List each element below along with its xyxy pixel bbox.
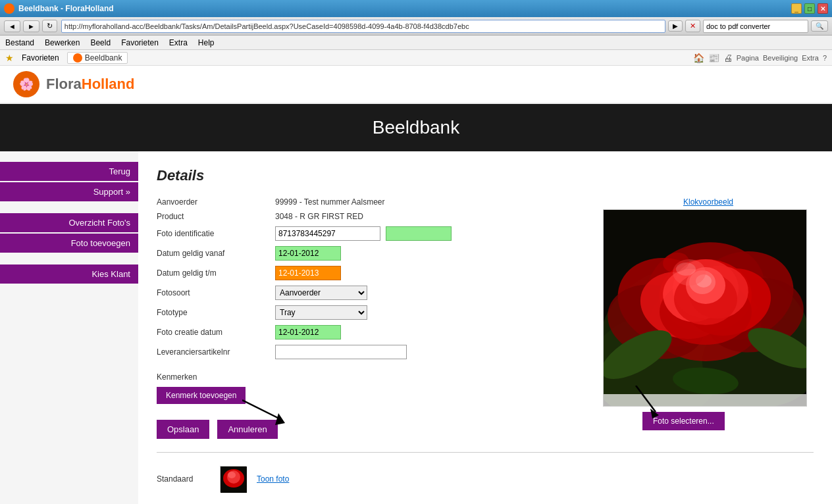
go-button[interactable]: ▶	[668, 20, 683, 32]
standaard-row: Standaard Toon foto	[157, 466, 814, 492]
site-header: 🌸 FloraHolland	[0, 66, 832, 104]
sidebar-support-button[interactable]: Support »	[0, 182, 138, 201]
svg-point-25	[676, 263, 696, 276]
rose-svg	[604, 210, 807, 407]
opslaan-button[interactable]: Opslaan	[157, 420, 209, 439]
browser-titlebar: Beeldbank - FloraHolland _ □ ✕	[0, 0, 832, 17]
sidebar-terug-button[interactable]: Terug	[0, 162, 138, 181]
thumbnail-svg	[221, 466, 247, 493]
form-grid: Aanvoerder 99999 - Test nummer Aalsmeer …	[157, 197, 565, 359]
logo-text: FloraHolland	[46, 76, 134, 93]
svg-point-35	[228, 472, 236, 478]
home-icon[interactable]: 🏠	[693, 53, 704, 63]
beveiliging-menu[interactable]: Beveiliging	[763, 54, 798, 62]
browser-menubar: Bestand Bewerken Beeld Favorieten Extra …	[0, 36, 832, 50]
logo-flora: Flora	[46, 76, 82, 92]
kenmerk-arrow-icon	[242, 393, 295, 426]
logo-circle: 🌸	[13, 71, 39, 97]
browser-toolbar: ◄ ► ↻ ▶ ✕ 🔍	[0, 17, 832, 36]
favorites-label: Favorieten	[22, 53, 59, 63]
klokvoorbeeld-link[interactable]: Klokvoorbeeld	[603, 197, 814, 207]
foto-identificatie-green-input[interactable]	[386, 226, 452, 241]
refresh-button[interactable]: ↻	[42, 20, 57, 32]
thumbnail-image	[220, 466, 246, 492]
foto-select-arrow-icon	[616, 386, 669, 418]
main-layout: Terug Support » Overzicht Foto's Foto to…	[0, 151, 832, 504]
label-product: Product	[157, 212, 275, 221]
beeldbank-tab[interactable]: Beeldbank	[67, 52, 128, 64]
fotosoort-select[interactable]: Aanvoerder Klant FloraHolland	[275, 286, 367, 300]
stop-button[interactable]: ✕	[685, 20, 700, 32]
help-icon[interactable]: ?	[823, 54, 827, 62]
action-row: Opslaan Annuleren	[157, 420, 590, 439]
favorites-star-icon: ★	[5, 53, 14, 63]
label-aanvoerder: Aanvoerder	[157, 197, 275, 207]
svg-marker-1	[275, 413, 285, 425]
browser-minimize-btn[interactable]: _	[791, 3, 802, 14]
sidebar-spacer-2	[0, 254, 138, 265]
kenmerken-section: Kenmerken Kenmerk toevoegen	[157, 372, 590, 404]
browser-title: Beeldbank - FloraHolland	[18, 4, 114, 13]
menu-bewerken[interactable]: Bewerken	[45, 38, 80, 47]
sidebar-kies-klant-button[interactable]: Kies Klant	[0, 265, 138, 284]
label-datum-geldig-vanaf: Datum geldig vanaf	[157, 249, 275, 258]
browser-close-btn[interactable]: ✕	[818, 3, 828, 14]
kenmerk-toevoegen-button[interactable]: Kenmerk toevoegen	[157, 387, 246, 404]
print-icon[interactable]: 🖨	[723, 53, 733, 63]
tab-favicon	[73, 53, 82, 63]
leveranciersartikelnr-input[interactable]	[275, 345, 407, 359]
form-section: Aanvoerder 99999 - Test nummer Aalsmeer …	[157, 197, 590, 439]
datum-geldig-vanaf-input[interactable]	[275, 246, 341, 261]
label-datum-geldig-tm: Datum geldig t/m	[157, 268, 275, 278]
menu-help[interactable]: Help	[198, 38, 215, 47]
back-button[interactable]: ◄	[4, 20, 20, 32]
pagina-menu[interactable]: Pagina	[737, 54, 759, 62]
page-wrapper: 🌸 FloraHolland Beeldbank Terug Support »…	[0, 66, 832, 504]
label-fotosoort: Fotosoort	[157, 288, 275, 297]
menu-extra[interactable]: Extra	[169, 38, 188, 47]
page-title: Beeldbank	[13, 117, 819, 138]
svg-line-0	[242, 400, 282, 420]
value-aanvoerder: 99999 - Test nummer Aalsmeer	[275, 197, 565, 207]
search-bar[interactable]	[703, 20, 808, 33]
details-title: Details	[157, 167, 814, 184]
foto-creatie-datum-input[interactable]	[275, 325, 341, 340]
foto-selecteren-row: Foto selecteren...	[603, 412, 814, 430]
foto-identificatie-input[interactable]	[275, 226, 380, 241]
fototype-select[interactable]: Tray Single Bunch	[275, 305, 367, 320]
standaard-label: Standaard	[157, 474, 209, 484]
foto-id-row	[275, 226, 565, 241]
menu-favorieten[interactable]: Favorieten	[121, 38, 159, 47]
value-product: 3048 - R GR FIRST RED	[275, 212, 565, 221]
sidebar-foto-toevoegen-button[interactable]: Foto toevoegen	[0, 234, 138, 253]
logo-letter: 🌸	[19, 77, 34, 91]
sidebar: Terug Support » Overzicht Foto's Foto to…	[0, 151, 138, 504]
toon-foto-link[interactable]: Toon foto	[257, 474, 289, 484]
page-title-bar: Beeldbank	[0, 104, 832, 151]
label-leveranciersartikelnr: Leveranciersartikelnr	[157, 347, 275, 357]
label-fototype: Fototype	[157, 308, 275, 317]
extra-menu-btn[interactable]: Extra	[802, 54, 819, 62]
svg-line-30	[636, 386, 656, 412]
logo-holland: Holland	[82, 76, 135, 92]
search-go-button[interactable]: 🔍	[811, 20, 828, 32]
menu-bestand[interactable]: Bestand	[5, 38, 34, 47]
content-divider	[157, 452, 814, 453]
browser-favicon	[4, 3, 14, 14]
menu-beeld[interactable]: Beeld	[90, 38, 111, 47]
tab-label: Beeldbank	[85, 53, 122, 63]
datum-geldig-tm-input[interactable]	[275, 266, 341, 280]
label-foto-creatie-datum: Foto creatie datum	[157, 328, 275, 337]
sidebar-overzicht-button[interactable]: Overzicht Foto's	[0, 213, 138, 232]
address-bar[interactable]	[61, 20, 665, 33]
forward-button[interactable]: ►	[23, 20, 39, 32]
feeds-icon[interactable]: 📰	[708, 53, 719, 63]
right-section: Klokvoorbeeld	[603, 197, 814, 439]
content-area: Details Aanvoerder 99999 - Test nummer A…	[138, 151, 832, 504]
label-foto-identificatie: Foto identificatie	[157, 229, 275, 238]
sidebar-spacer-1	[0, 203, 138, 213]
kenmerk-toevoegen-container: Kenmerk toevoegen	[157, 387, 246, 404]
kenmerken-label: Kenmerken	[157, 372, 590, 382]
browser-favbar: ★ Favorieten Beeldbank 🏠 📰 🖨 Pagina Beve…	[0, 50, 832, 66]
browser-maximize-btn[interactable]: □	[804, 3, 815, 14]
